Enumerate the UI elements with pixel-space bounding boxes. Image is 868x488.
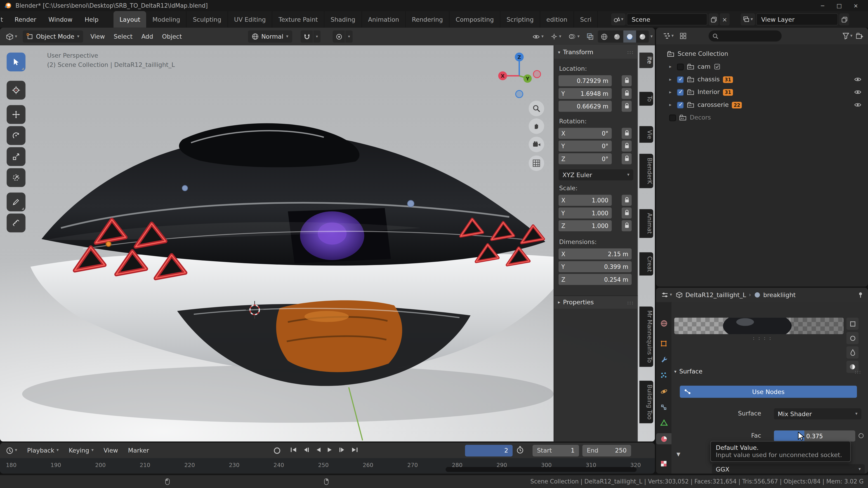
collection-checkbox[interactable] — [677, 101, 684, 108]
filter-button[interactable]: ▾ — [842, 33, 852, 39]
tab-world[interactable] — [657, 318, 671, 329]
new-scene-button[interactable] — [709, 13, 719, 26]
workspace-tab[interactable]: edition — [540, 11, 574, 28]
preview-liquid-button[interactable] — [846, 346, 859, 359]
sidebar-tab[interactable]: Creat — [640, 252, 653, 276]
play-reverse-button[interactable] — [315, 447, 321, 453]
maximize-button[interactable]: □ — [831, 0, 847, 11]
exclude-icon[interactable] — [714, 64, 720, 70]
unlink-scene-button[interactable]: × — [720, 13, 730, 26]
scale-value-field[interactable]: Z1.000 — [559, 220, 612, 231]
collection-name[interactable]: carosserie — [698, 101, 729, 108]
rotation-mode-dropdown[interactable]: XYZ Euler▾ — [559, 169, 633, 180]
surface-panel-header[interactable]: ▾ Surface — [674, 368, 703, 375]
start-frame-field[interactable]: Start1 — [532, 445, 579, 456]
lock-icon[interactable] — [622, 153, 631, 164]
menu-item[interactable]: View — [86, 33, 109, 40]
tab-material[interactable] — [656, 433, 672, 445]
timeline-scrollbar[interactable] — [445, 467, 637, 472]
lock-icon[interactable] — [622, 100, 631, 111]
collection-name[interactable]: Decors — [690, 114, 711, 121]
collection-checkbox[interactable] — [677, 89, 684, 95]
tab-object[interactable] — [657, 338, 671, 350]
scene-name-field[interactable]: Scene — [627, 13, 708, 26]
dimension-value-field[interactable]: Y0.399 m — [559, 261, 631, 272]
falloff-dropdown[interactable]: ▾ — [345, 31, 352, 43]
workspace-tab[interactable]: Layout — [114, 11, 146, 28]
snap-magnet-icon[interactable] — [301, 31, 313, 43]
play-button[interactable] — [327, 447, 333, 453]
expand-icon[interactable]: ▸ — [669, 102, 674, 107]
snap-dropdown[interactable]: ▾ — [313, 31, 320, 43]
annotate-tool[interactable] — [6, 193, 25, 211]
menu-item[interactable]: Keying▾ — [64, 447, 98, 454]
rendered-shading-button[interactable] — [636, 31, 649, 43]
outliner-row[interactable]: ▸ Decors — [656, 111, 868, 124]
viewlayer-browse-button[interactable]: ▾ — [741, 13, 755, 26]
menu-item[interactable]: Render — [8, 16, 42, 23]
rotation-value-field[interactable]: Y0° — [559, 140, 612, 151]
workspace-tab[interactable]: Compositing — [450, 11, 500, 28]
collection-name[interactable]: Interior — [698, 89, 720, 96]
editor-type-button[interactable]: ▾ — [660, 289, 673, 301]
expand-icon[interactable]: ▸ — [669, 64, 674, 69]
outliner-search[interactable] — [709, 31, 782, 41]
navigation-gizmo[interactable]: Z X Y — [494, 51, 544, 101]
rotate-tool[interactable] — [6, 126, 25, 145]
jump-to-end-button[interactable] — [351, 447, 358, 453]
scale-tool[interactable] — [6, 147, 25, 166]
dimension-value-field[interactable]: Z0.254 m — [559, 273, 631, 285]
auto-key-record-button[interactable] — [274, 447, 281, 454]
fac-slider[interactable]: 0.375 — [774, 430, 855, 442]
scene-collection-row[interactable]: Scene Collection — [656, 48, 868, 60]
viewlayer-name-field[interactable]: View Layer — [756, 13, 838, 26]
collection-checkbox[interactable] — [677, 76, 684, 83]
measure-tool[interactable] — [6, 214, 25, 232]
collection-name[interactable]: Scene Collection — [678, 51, 728, 58]
editor-type-button[interactable]: ▾ — [3, 31, 20, 43]
prev-keyframe-button[interactable] — [303, 447, 309, 453]
collection-checkbox[interactable] — [669, 114, 676, 121]
perspective-toggle-button[interactable] — [529, 156, 544, 171]
sidebar-tab[interactable]: Animat — [640, 209, 653, 238]
lock-icon[interactable] — [622, 127, 631, 138]
sidebar-tab[interactable]: Building Too — [640, 381, 653, 424]
wireframe-shading-button[interactable] — [598, 31, 611, 43]
section-expand-icon[interactable]: ▼ — [677, 451, 680, 457]
menu-item[interactable]: Select — [110, 33, 137, 40]
lock-icon[interactable] — [622, 207, 631, 218]
outliner-row[interactable]: ▸ cam — [656, 60, 868, 73]
scale-value-field[interactable]: X1.000 — [559, 195, 612, 205]
overlays-button[interactable]: ▾ — [566, 31, 583, 43]
material-preview-button[interactable] — [623, 31, 636, 43]
expand-icon[interactable]: ▸ — [669, 90, 674, 95]
workspace-tab[interactable]: Sculpting — [187, 11, 228, 28]
breadcrumb-material[interactable]: breakliight — [763, 291, 796, 298]
breadcrumb-object[interactable]: DeltaR12_taillight_L — [685, 291, 746, 298]
next-keyframe-button[interactable] — [339, 447, 345, 453]
sidebar-tab[interactable]: Mr Mannequins To — [640, 306, 653, 367]
sidebar-tab[interactable]: BlenderK — [640, 154, 653, 188]
proportional-edit-icon[interactable] — [333, 31, 345, 43]
workspace-tab[interactable]: Scripting — [500, 11, 540, 28]
lock-icon[interactable] — [622, 195, 631, 205]
outliner-row[interactable]: ▸ carosserie 22 — [656, 98, 868, 111]
eye-icon[interactable] — [854, 77, 862, 82]
new-viewlayer-button[interactable] — [839, 13, 849, 26]
object-visibility-button[interactable]: ▾ — [530, 31, 547, 43]
collection-name[interactable]: chassis — [698, 76, 720, 83]
properties-panel-header[interactable]: ▸ Properties ::: — [554, 295, 638, 309]
menu-item[interactable]: Window — [42, 16, 79, 23]
use-nodes-button[interactable]: Use Nodes — [680, 386, 857, 398]
minimize-button[interactable]: ─ — [814, 0, 831, 11]
pan-hand-button[interactable] — [529, 119, 544, 134]
panel-grip[interactable]: ::: — [855, 369, 862, 375]
tab-texture[interactable] — [657, 458, 671, 469]
select-box-tool[interactable] — [6, 53, 25, 71]
close-button[interactable]: × — [847, 0, 864, 11]
menu-item[interactable]: Object — [158, 33, 186, 40]
panel-grip[interactable]: ::: — [627, 49, 634, 55]
workspace-tab[interactable]: Rendering — [406, 11, 450, 28]
preview-sphere-button[interactable] — [846, 332, 859, 344]
mode-dropdown[interactable]: Object Mode ▾ — [23, 31, 83, 43]
